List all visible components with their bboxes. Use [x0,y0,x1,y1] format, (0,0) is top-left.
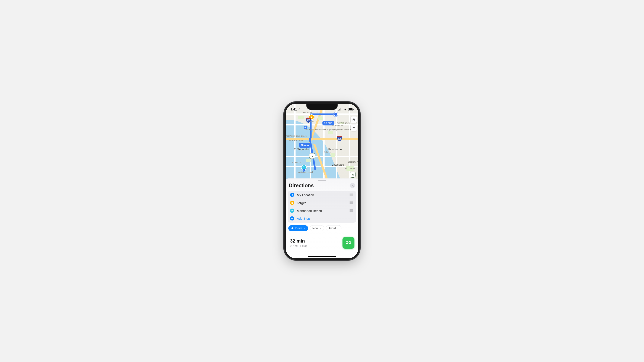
stop-label: Target [297,201,348,205]
go-button[interactable]: GO [342,237,354,249]
park [328,131,333,134]
avoid-label: Avoid [328,227,336,230]
status-time-wrap: 9:41 [290,107,300,111]
svg-rect-0 [338,110,339,110]
sheet-grabber[interactable] [318,180,326,181]
stop-label: My Location [297,193,348,197]
map-canvas[interactable]: 12 min20 min WESTCHESTERTargetDockweiler… [286,104,358,179]
map-label: LIBERTY PARK [348,161,358,163]
chevron-down-icon [304,227,306,229]
mode-pill[interactable]: Drive [288,225,308,231]
drag-handle-icon[interactable] [348,201,354,205]
cellular-icon [338,108,342,110]
map-label: Hawthorne [328,148,342,151]
location-icon [290,193,294,197]
transport-mode-button[interactable] [350,116,357,123]
map-label: INGLEWOOD [332,125,344,127]
map-label: El Segundo [294,148,308,151]
stop-row[interactable]: My Location [289,191,355,199]
add-stop-row[interactable]: Add Stop [289,215,355,222]
time-label: Now [312,227,318,230]
map-label: IMPERIAL HWY [289,139,303,142]
drag-handle-icon[interactable] [348,193,354,197]
svg-rect-2 [340,108,341,110]
svg-rect-1 [340,109,340,110]
tracking-button[interactable] [350,125,357,131]
add-stop-label: Add Stop [297,217,354,220]
svg-rect-3 [342,108,342,110]
map-label: Dockweiler State Beach [286,135,307,137]
map-label: Lawndale [332,163,344,166]
status-time: 9:41 [290,107,297,111]
map-label: AVIATION/LAX [337,122,350,124]
stop-row[interactable]: Target [289,199,355,207]
battery-icon [348,108,354,110]
stops-card: My LocationTargetManhattan Beach Add Sto… [288,191,356,223]
stop-row[interactable]: Manhattan Beach [289,207,355,215]
map-label: Manhattan Beach [298,171,314,173]
route-segment [310,113,336,115]
location-arrow-icon [298,108,300,110]
location-arrow-icon [352,126,356,129]
park [298,116,304,119]
chevron-down-icon [320,227,322,229]
directions-sheet: Directions My LocationTargetManhattan Be… [286,178,358,258]
sheet-header: Directions [288,183,356,189]
map-label: Alondra Park [345,167,356,169]
svg-text:105: 105 [338,138,342,140]
highway-shield: 1 [309,153,315,159]
park [330,153,335,157]
summary-subtitle: 9.7 mi · 1 stop [290,244,308,247]
time-pill[interactable]: Now [310,225,324,231]
mode-label: Drive [295,227,302,230]
map-road [286,124,358,125]
summary-row: 32 min 9.7 mi · 1 stop GO [288,231,356,252]
map-road [286,156,358,157]
beach-icon [290,209,294,213]
highway-shield: 105 [336,136,342,142]
status-icons [338,108,354,110]
route-time-pill[interactable]: 20 min [299,143,310,148]
close-icon [352,185,354,187]
park [318,116,323,120]
svg-rect-6 [353,109,354,110]
drag-handle-icon[interactable] [348,209,354,213]
car-icon [291,227,294,230]
car-icon [352,118,356,122]
sheet-title: Directions [289,183,314,189]
notch [306,104,338,110]
store-icon [290,201,294,205]
stage: 9:41 [0,0,644,362]
park [306,159,311,162]
go-label: GO [346,241,351,245]
close-button[interactable] [350,183,355,188]
ocean [286,109,341,179]
route-start-dot [334,112,338,116]
svg-point-7 [304,170,304,171]
options-row: Drive Now Avoid [288,225,356,231]
highway-shield: 91 [350,172,356,177]
map-label: EL PORTO [292,161,302,163]
summary-time: 32 min [290,238,308,244]
avoid-pill[interactable]: Avoid [326,225,342,231]
phone-mock: 9:41 [286,104,358,258]
home-indicator[interactable] [308,256,336,257]
summary-text: 32 min 9.7 mi · 1 stop [290,238,308,247]
plus-icon [290,216,294,221]
stop-label: Manhattan Beach [297,209,348,213]
highway-shield: 405 [305,117,311,124]
wifi-icon [344,108,347,110]
map-label: Del Aire [324,151,331,153]
svg-text:405: 405 [307,119,310,122]
chevron-down-icon [337,227,339,229]
map-label: SOUTH INGLEWOOD [332,128,352,131]
svg-rect-5 [349,108,352,110]
